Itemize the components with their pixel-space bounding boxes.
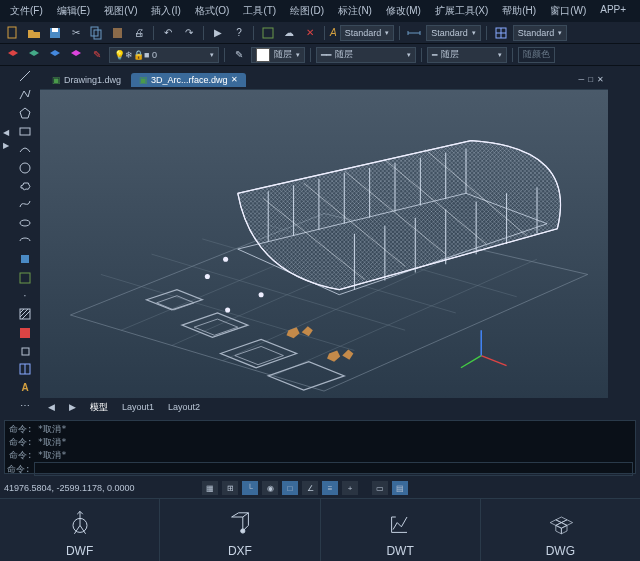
tab-model[interactable]: 模型 xyxy=(86,401,112,414)
cloud-icon[interactable]: ☁ xyxy=(280,24,298,42)
svg-rect-16 xyxy=(20,273,30,283)
gradient-icon[interactable] xyxy=(16,324,34,340)
tablestyle-dropdown[interactable]: Standard▾ xyxy=(513,25,568,41)
layermatch-icon[interactable]: ✎ xyxy=(88,46,106,64)
layers-icon[interactable] xyxy=(4,46,22,64)
viewport-3d[interactable] xyxy=(40,90,608,398)
insert-icon[interactable] xyxy=(16,251,34,267)
dimstyle-dropdown[interactable]: Standard▾ xyxy=(426,25,481,41)
toolbar-primary: ✂ 🖨 ↶ ↷ ▶ ? ☁ ✕ A Standard▾ Standard▾ St… xyxy=(0,22,640,44)
mtext-icon[interactable]: A xyxy=(16,379,34,395)
ortho-btn[interactable]: └ xyxy=(242,481,258,495)
revcloud-icon[interactable] xyxy=(16,178,34,194)
cursor-icon[interactable]: ▶ xyxy=(209,24,227,42)
matchprop-icon[interactable]: ✎ xyxy=(230,46,248,64)
menu-n[interactable]: 标注(N) xyxy=(332,2,378,20)
linetype-dropdown[interactable]: ━━ 随层▾ xyxy=(316,47,416,63)
format-dwg[interactable]: DWG xyxy=(481,499,640,561)
menu-m[interactable]: 修改(M) xyxy=(380,2,427,20)
lwt-btn[interactable]: ≡ xyxy=(322,481,338,495)
cmd-history-line: 命令: *取消* xyxy=(7,449,633,462)
print-icon[interactable]: 🖨 xyxy=(130,24,148,42)
undo-icon[interactable]: ↶ xyxy=(159,24,177,42)
format-dxf[interactable]: DXF xyxy=(160,499,320,561)
plotcolor-dropdown[interactable]: 随颜色 xyxy=(518,47,555,63)
match-icon[interactable]: A xyxy=(330,27,337,38)
table-icon[interactable] xyxy=(16,361,34,377)
redo-icon[interactable]: ↷ xyxy=(180,24,198,42)
paste-icon[interactable] xyxy=(109,24,127,42)
osnap-btn[interactable]: □ xyxy=(282,481,298,495)
ellipsearc-icon[interactable] xyxy=(16,233,34,249)
dim-icon[interactable] xyxy=(405,24,423,42)
minimize-icon[interactable]: ─ xyxy=(578,75,584,84)
polyline-icon[interactable] xyxy=(16,86,34,102)
format-label: DWT xyxy=(386,544,413,558)
scissors-icon[interactable]: ✂ xyxy=(67,24,85,42)
separator xyxy=(486,26,487,40)
rect-icon[interactable] xyxy=(16,123,34,139)
cursor-left-icon[interactable]: ◀ xyxy=(44,402,59,412)
cursor-right-icon[interactable]: ▶ xyxy=(65,402,80,412)
circle-icon[interactable] xyxy=(16,160,34,176)
tab-layout2[interactable]: Layout2 xyxy=(164,402,204,412)
svg-line-20 xyxy=(22,311,30,319)
menu-e[interactable]: 编辑(E) xyxy=(51,2,96,20)
polygon-icon[interactable] xyxy=(16,105,34,121)
tile-btn[interactable]: ▤ xyxy=(392,481,408,495)
format-row: DWFDXFDWTDWG xyxy=(0,498,640,561)
lineweight-dropdown[interactable]: ━ 随层▾ xyxy=(427,47,507,63)
doc-tab[interactable]: ▣Drawing1.dwg xyxy=(44,73,129,87)
menu-d[interactable]: 绘图(D) xyxy=(284,2,330,20)
format-dwt[interactable]: DWT xyxy=(321,499,481,561)
open-icon[interactable] xyxy=(25,24,43,42)
menu-app[interactable]: APP+ xyxy=(594,2,632,20)
color-dropdown[interactable]: 随层▾ xyxy=(251,47,305,63)
polar-btn[interactable]: ◉ xyxy=(262,481,278,495)
layeroff-icon[interactable] xyxy=(46,46,64,64)
new-icon[interactable] xyxy=(4,24,22,42)
menu-i[interactable]: 插入(I) xyxy=(145,2,186,20)
table-icon[interactable] xyxy=(492,24,510,42)
options-icon[interactable]: ⋯ xyxy=(16,398,34,414)
close-icon[interactable]: ✕ xyxy=(597,75,604,84)
otrack-btn[interactable]: ∠ xyxy=(302,481,318,495)
layer-dropdown[interactable]: 💡❄🔒■ 0▾ xyxy=(109,47,219,63)
menu-t[interactable]: 工具(T) xyxy=(237,2,282,20)
doc-tab[interactable]: ▣3D_Arc...rface.dwg✕ xyxy=(131,73,246,87)
snap-btn[interactable]: ▦ xyxy=(202,481,218,495)
plot-icon[interactable] xyxy=(259,24,277,42)
svg-rect-5 xyxy=(113,28,122,38)
layeriso-icon[interactable] xyxy=(25,46,43,64)
hatch-icon[interactable] xyxy=(16,306,34,322)
maximize-icon[interactable]: □ xyxy=(588,75,593,84)
command-input[interactable] xyxy=(34,462,633,476)
model-btn[interactable]: ▭ xyxy=(372,481,388,495)
copy-icon[interactable] xyxy=(88,24,106,42)
cancel-icon[interactable]: ✕ xyxy=(301,24,319,42)
menu-f[interactable]: 文件(F) xyxy=(4,2,49,20)
tab-close-icon[interactable]: ✕ xyxy=(231,75,238,84)
tab-layout1[interactable]: Layout1 xyxy=(118,402,158,412)
layerfrz-icon[interactable] xyxy=(67,46,85,64)
vleft-icon[interactable]: ◀ xyxy=(0,126,12,138)
ellipse-icon[interactable] xyxy=(16,215,34,231)
save-icon[interactable] xyxy=(46,24,64,42)
menu-h[interactable]: 帮助(H) xyxy=(496,2,542,20)
menu-o[interactable]: 格式(O) xyxy=(189,2,235,20)
dyn-btn[interactable]: + xyxy=(342,481,358,495)
help-icon[interactable]: ? xyxy=(230,24,248,42)
line-icon[interactable] xyxy=(16,68,34,84)
region-icon[interactable] xyxy=(16,343,34,359)
textstyle-dropdown[interactable]: Standard▾ xyxy=(340,25,395,41)
arc-icon[interactable] xyxy=(16,141,34,157)
point-icon[interactable]: · xyxy=(16,288,34,304)
format-dwf[interactable]: DWF xyxy=(0,499,160,561)
menu-x[interactable]: 扩展工具(X) xyxy=(429,2,494,20)
menu-w[interactable]: 窗口(W) xyxy=(544,2,592,20)
menu-v[interactable]: 视图(V) xyxy=(98,2,143,20)
vright-icon[interactable]: ▶ xyxy=(0,139,12,151)
grid-btn[interactable]: ⊞ xyxy=(222,481,238,495)
block-icon[interactable] xyxy=(16,269,34,285)
spline-icon[interactable] xyxy=(16,196,34,212)
